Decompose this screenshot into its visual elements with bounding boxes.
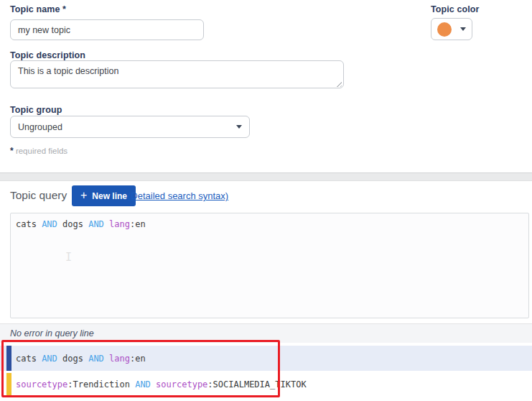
plus-icon: + [80,190,87,201]
topic-description-label: Topic description [10,50,85,60]
required-asterisk: * [10,146,14,156]
topic-description-textarea[interactable]: This is a topic description [10,60,344,88]
required-asterisk: * [62,4,66,14]
topic-group-select[interactable]: Ungrouped [10,116,250,138]
query-status-bar: No error in query line [0,323,532,343]
topic-query-title: Topic query [10,189,67,202]
editor-query-line: cats AND dogs AND lang:en [16,219,146,229]
text-cursor: I [65,251,72,264]
color-swatch-orange [437,22,452,37]
new-line-button-label: New line [92,191,127,201]
chevron-down-icon [460,27,466,31]
topic-name-label-text: Topic name [10,4,60,14]
detailed-search-syntax-link[interactable]: (Detailed search syntax) [128,190,228,201]
required-fields-note: * required fields [10,146,67,156]
line-indicator-bar [6,346,11,371]
topic-edit-page: Topic name * Topic color Topic descripti… [0,0,532,401]
topic-color-label: Topic color [431,4,480,14]
query-editor[interactable]: cats AND dogs AND lang:en I [10,213,529,318]
query-line-row[interactable]: sourcetype:Trendiction AND sourcetype:SO… [0,373,532,395]
section-divider [0,172,532,181]
line-indicator-bar [6,373,11,395]
topic-group-label: Topic group [10,105,62,115]
query-line-text: sourcetype:Trendiction AND sourcetype:SO… [16,379,307,390]
query-status-text: No error in query line [10,328,94,338]
topic-name-input[interactable] [10,19,204,40]
topic-name-label: Topic name * [10,4,66,14]
topic-color-dropdown[interactable] [431,18,472,40]
required-note-text: required fields [16,147,67,155]
new-line-button[interactable]: + New line [72,185,136,206]
query-line-row[interactable]: cats AND dogs AND lang:en [0,346,532,371]
chevron-down-icon [236,125,242,129]
topic-group-selected-value: Ungrouped [18,122,62,132]
resize-grip-icon[interactable] [335,80,342,87]
query-line-text: cats AND dogs AND lang:en [16,354,146,364]
